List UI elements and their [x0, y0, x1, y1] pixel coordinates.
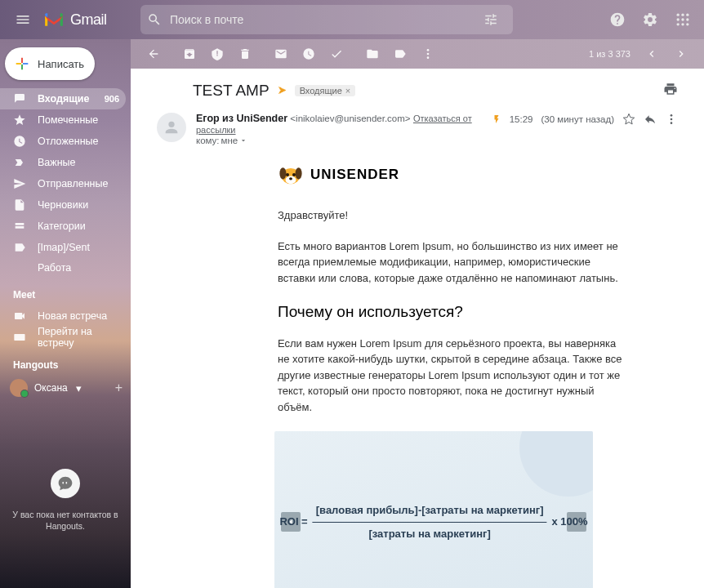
svg-point-15: [671, 122, 673, 124]
app-name: Gmail: [70, 11, 107, 29]
snooze-button[interactable]: [296, 41, 322, 67]
important-marker-icon[interactable]: ⮞: [278, 86, 287, 96]
sidebar-item-important[interactable]: Важные: [0, 152, 126, 173]
roi-formula: ROI = [валовая прибыль]-[затраты на марк…: [279, 502, 587, 541]
mark-unread-button[interactable]: [268, 41, 294, 67]
svg-point-0: [677, 14, 679, 16]
star-icon: [13, 114, 26, 127]
email-time: 15:29: [510, 114, 533, 124]
archive-button[interactable]: [176, 41, 203, 67]
svg-point-7: [681, 23, 684, 25]
support-icon[interactable]: [603, 5, 632, 34]
prev-button[interactable]: [639, 41, 665, 67]
paragraph-1: Есть много вариантов Lorem Ipsum, но бол…: [278, 238, 629, 287]
brand-logo: UNISENDER: [278, 162, 629, 188]
meet-new-meeting[interactable]: Новая встреча: [0, 305, 131, 327]
sidebar-item-snoozed[interactable]: Отложенные: [0, 131, 126, 152]
clock-icon: [13, 135, 26, 148]
main-menu-button[interactable]: [7, 3, 39, 36]
sidebar-item-inbox[interactable]: Входящие 906: [0, 88, 126, 109]
hangouts-empty-text: У вас пока нет контактов в Hangouts.: [0, 509, 131, 532]
video-icon: [13, 310, 26, 323]
email-subject: TEST AMP: [193, 82, 270, 100]
pager-text: 1 из 3 373: [589, 49, 630, 59]
svg-point-3: [677, 18, 679, 20]
print-button[interactable]: [663, 82, 678, 100]
categories-icon: [13, 220, 26, 233]
svg-rect-9: [14, 334, 25, 341]
search-input[interactable]: [170, 13, 483, 26]
hangouts-section-head: Hangouts: [0, 348, 131, 376]
svg-point-14: [671, 118, 673, 121]
svg-point-13: [671, 114, 673, 117]
svg-point-8: [686, 23, 688, 25]
more-button[interactable]: [415, 41, 441, 67]
search-icon: [147, 12, 162, 27]
hangouts-bubble-icon: [51, 469, 80, 498]
email-label-chip[interactable]: Входящие ×: [295, 85, 356, 96]
spam-button[interactable]: [204, 41, 230, 67]
section-heading: Почему он используется?: [278, 301, 629, 324]
svg-point-4: [681, 18, 684, 20]
greeting-text: Здравствуйте!: [278, 207, 629, 224]
sender-email: <inikolaiev@unisender.com>: [290, 114, 410, 123]
settings-icon[interactable]: [635, 5, 665, 34]
sent-icon: [13, 177, 26, 190]
important-icon: [13, 156, 26, 169]
keyboard-icon: [13, 331, 26, 344]
delete-button[interactable]: [232, 41, 258, 67]
back-button[interactable]: [140, 41, 167, 67]
chevron-down-icon[interactable]: ▾: [76, 382, 82, 394]
sender-avatar[interactable]: [157, 113, 186, 142]
carousel: ROI = [валовая прибыль]-[затраты на марк…: [274, 431, 593, 588]
sidebar-item-starred[interactable]: Помеченные: [0, 109, 126, 131]
chevron-down-icon: [239, 136, 247, 145]
labels-button[interactable]: [387, 41, 413, 67]
apps-icon[interactable]: [668, 5, 697, 34]
label-icon: [13, 241, 26, 254]
inbox-icon: [13, 92, 26, 105]
star-button[interactable]: [622, 113, 635, 126]
svg-point-18: [296, 167, 302, 179]
compose-button[interactable]: Написать: [5, 47, 95, 80]
sidebar-item-sent[interactable]: Отправленные: [0, 173, 126, 194]
amp-bolt-icon: [492, 113, 501, 126]
svg-point-11: [427, 53, 430, 56]
recipient-row[interactable]: кому: мне: [196, 136, 482, 145]
sidebar-item-drafts[interactable]: Черновики: [0, 194, 126, 216]
meet-join-meeting[interactable]: Перейти на встречу: [0, 327, 131, 348]
reply-button[interactable]: [644, 113, 657, 126]
paragraph-2: Если вам нужен Lorem Ipsum для серьёзног…: [278, 336, 629, 416]
sender-name: Егор из UniSender: [196, 113, 287, 124]
svg-point-2: [686, 14, 688, 16]
drafts-icon: [13, 198, 26, 212]
hangouts-add-button[interactable]: +: [115, 381, 123, 395]
hangouts-avatar[interactable]: [10, 379, 28, 397]
hangouts-username: Оксана: [34, 382, 68, 394]
search-options-icon[interactable]: [483, 12, 498, 27]
svg-point-10: [427, 49, 430, 51]
sidebar-sub-work[interactable]: Работа: [0, 258, 131, 278]
svg-point-21: [292, 173, 296, 176]
svg-point-6: [677, 23, 679, 25]
more-actions-button[interactable]: [665, 113, 678, 126]
compose-label: Написать: [38, 58, 84, 70]
move-to-button[interactable]: [359, 41, 385, 67]
next-button[interactable]: [668, 41, 694, 67]
label-remove-icon[interactable]: ×: [345, 86, 350, 96]
search-bar[interactable]: [140, 5, 513, 34]
email-time-relative: (30 минут назад): [541, 114, 614, 124]
gmail-logo[interactable]: Gmail: [42, 11, 124, 29]
svg-point-5: [686, 18, 688, 20]
svg-point-22: [289, 177, 292, 180]
svg-point-20: [286, 173, 289, 176]
svg-point-12: [427, 56, 430, 59]
svg-point-1: [681, 14, 684, 16]
sidebar-item-categories[interactable]: Категории: [0, 216, 126, 237]
add-task-button[interactable]: [323, 41, 350, 67]
sidebar-item-imap-sent[interactable]: [Imap]/Sent: [0, 237, 126, 258]
svg-point-17: [279, 167, 286, 179]
meet-section-head: Meet: [0, 278, 131, 305]
